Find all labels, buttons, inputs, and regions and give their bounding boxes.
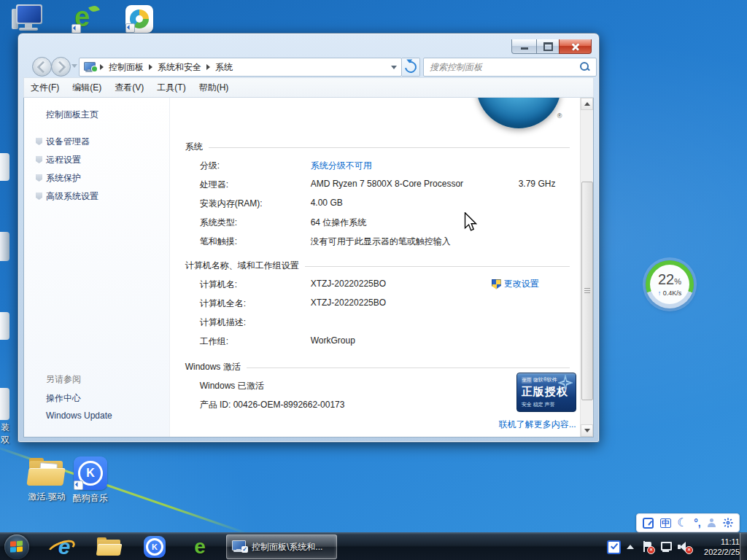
- desktop-icon-kugou[interactable]: K 酷狗音乐: [64, 456, 117, 505]
- speedball-inner: 22% ↑ 0.4K/s: [650, 265, 689, 304]
- ime-fullwidth-moon-icon[interactable]: ☾: [677, 517, 687, 529]
- desktop-icon-partial[interactable]: [0, 388, 9, 420]
- search-placeholder: 搜索控制面板: [424, 61, 482, 74]
- taskbar-active-window-button[interactable]: ✓ 控制面板\系统和...: [226, 534, 337, 559]
- system-window-icon: ✓: [231, 540, 247, 553]
- shortcut-arrow-icon: [74, 481, 83, 490]
- learn-more-online-link[interactable]: 联机了解更多内容...: [499, 419, 576, 431]
- taskbar: e K e ✓ 控制面板\系统和... ×: [0, 532, 747, 560]
- show-hidden-icons-button[interactable]: [627, 545, 634, 549]
- action-center-flag-icon[interactable]: ×: [643, 541, 653, 553]
- ime-language-bar[interactable]: 中 ☾ °,: [636, 513, 740, 532]
- ime-logo-icon[interactable]: [643, 518, 654, 529]
- kugou-icon: K: [144, 536, 166, 558]
- chevron-down-icon: [71, 64, 77, 68]
- search-icon[interactable]: [580, 62, 590, 72]
- sidebar-see-also-header: 另请参阅: [46, 373, 81, 386]
- ime-account-icon[interactable]: [707, 518, 716, 528]
- change-settings-link[interactable]: 更改设置: [492, 278, 539, 290]
- sidebar-item-action-center[interactable]: 操作中心: [46, 392, 81, 405]
- maximize-icon: [543, 42, 553, 51]
- show-desktop-button[interactable]: [740, 533, 747, 560]
- clock-time: 11:11: [704, 537, 740, 547]
- desktop-icon-360-browser[interactable]: e: [71, 4, 101, 34]
- breadcrumb-system-security[interactable]: 系统和安全: [153, 61, 206, 74]
- menu-bar: 文件(F) 编辑(E) 查看(V) 工具(T) 帮助(H): [23, 77, 594, 98]
- row-computer-name: 计算机名: XTZJ-20220225BO 更改设置: [200, 279, 580, 298]
- address-dropdown-icon[interactable]: [391, 66, 397, 69]
- breadcrumb-control-panel[interactable]: 控制面板: [104, 61, 148, 74]
- row-workgroup: 工作组: WorkGroup: [200, 335, 580, 354]
- taskbar-kugou-button[interactable]: K: [140, 535, 169, 559]
- scroll-up-button[interactable]: [581, 98, 593, 110]
- rating-unavailable-link[interactable]: 系统分级不可用: [311, 160, 372, 172]
- breadcrumb-system[interactable]: 系统: [211, 61, 237, 74]
- navigation-bar: 控制面板 系统和安全 系统 搜索控制面板: [23, 56, 594, 77]
- menu-tools[interactable]: 工具(T): [150, 82, 192, 94]
- scroll-down-button[interactable]: [581, 424, 593, 437]
- computer-rows: 计算机名: XTZJ-20220225BO 更改设置 计算机全名: XTZJ-2…: [200, 279, 580, 354]
- sidebar-item-control-panel-home[interactable]: 控制面板主页: [46, 109, 98, 121]
- shield-icon: [36, 138, 42, 145]
- window-client-area: 控制面板主页 设备管理器 远程设置 系统保护 高级系统设置 另请参阅 操作中心 …: [23, 98, 594, 438]
- address-bar[interactable]: 控制面板 系统和安全 系统: [79, 58, 402, 77]
- windows-flag-icon: [10, 540, 23, 553]
- taskbar-clock[interactable]: 11:11 2022/2/25: [704, 537, 740, 557]
- close-button[interactable]: [559, 39, 592, 54]
- system-tray: × × 11:11 2022/2/25: [607, 533, 740, 560]
- sidebar-item-windows-update[interactable]: Windows Update: [46, 411, 112, 421]
- menu-edit[interactable]: 编辑(E): [66, 82, 108, 94]
- minimize-button[interactable]: [511, 39, 537, 54]
- desktop-icon-partial[interactable]: [0, 312, 9, 340]
- ime-punctuation-icon[interactable]: °,: [694, 518, 701, 528]
- row-rating: 分级: 系统分级不可用: [200, 160, 580, 179]
- mute-badge-icon: ×: [685, 546, 693, 554]
- speedball-widget[interactable]: 22% ↑ 0.4K/s: [646, 260, 694, 308]
- maximize-button[interactable]: [537, 39, 559, 54]
- back-button[interactable]: [32, 57, 52, 77]
- desktop-icon-partial[interactable]: [0, 153, 9, 181]
- title-bar[interactable]: [23, 34, 594, 56]
- system-rows: 分级: 系统分级不可用 处理器: AMD Ryzen 7 5800X 8-Cor…: [200, 160, 580, 254]
- tray-ime-icon[interactable]: [607, 540, 621, 554]
- kugou-icon: K: [74, 456, 107, 490]
- shield-icon: [36, 174, 42, 182]
- desktop-icon-partial[interactable]: [0, 232, 9, 261]
- refresh-button[interactable]: [402, 58, 420, 77]
- menu-view[interactable]: 查看(V): [108, 82, 150, 94]
- start-button[interactable]: [4, 534, 29, 559]
- sidebar-item-remote-settings[interactable]: 远程设置: [46, 154, 81, 166]
- partial-icon-label: 装: [1, 421, 9, 434]
- taskbar-ie-button[interactable]: e: [50, 535, 79, 559]
- ime-settings-gear-icon[interactable]: [723, 518, 733, 528]
- sidebar-item-advanced-settings[interactable]: 高级系统设置: [46, 190, 98, 203]
- sparkle-star-icon: [557, 374, 574, 392]
- sidebar-item-system-protection[interactable]: 系统保护: [46, 172, 81, 184]
- system-window: 控制面板 系统和安全 系统 搜索控制面板 文件(F) 编辑(E) 查看(V) 工…: [18, 33, 600, 443]
- row-system-type: 系统类型: 64 位操作系统: [200, 217, 580, 236]
- sidebar-item-device-manager[interactable]: 设备管理器: [46, 136, 90, 148]
- network-status-icon[interactable]: [659, 541, 671, 553]
- forward-button[interactable]: [51, 57, 71, 77]
- volume-muted-icon[interactable]: ×: [678, 541, 691, 553]
- menu-help[interactable]: 帮助(H): [193, 82, 236, 94]
- desktop-icon-computer[interactable]: [12, 4, 44, 32]
- desktop-icon-app[interactable]: [125, 5, 153, 33]
- scrollbar-thumb[interactable]: [581, 182, 593, 400]
- green-e-icon: e: [194, 535, 206, 559]
- ime-chinese-mode-icon[interactable]: 中: [660, 518, 671, 528]
- search-box[interactable]: 搜索控制面板: [423, 58, 597, 77]
- menu-file[interactable]: 文件(F): [24, 82, 66, 94]
- registered-mark: ®: [557, 112, 562, 120]
- breadcrumb-separator-icon: [100, 64, 104, 70]
- recent-pages-dropdown[interactable]: [71, 64, 77, 68]
- network-speed: 0.4K/s: [663, 289, 682, 297]
- row-memory: 安装内存(RAM): 4.00 GB: [200, 198, 580, 217]
- vertical-scrollbar[interactable]: [580, 98, 593, 437]
- genuine-microsoft-badge[interactable]: 使用 微软®软件 正版授权 安全 稳定 声誉: [516, 373, 576, 412]
- desktop-icon-label: 酷狗音乐: [64, 492, 117, 505]
- shield-icon: [36, 192, 42, 200]
- taskbar-360-browser-button[interactable]: e: [185, 535, 214, 559]
- computer-icon: [12, 4, 44, 32]
- taskbar-explorer-button[interactable]: [95, 535, 124, 559]
